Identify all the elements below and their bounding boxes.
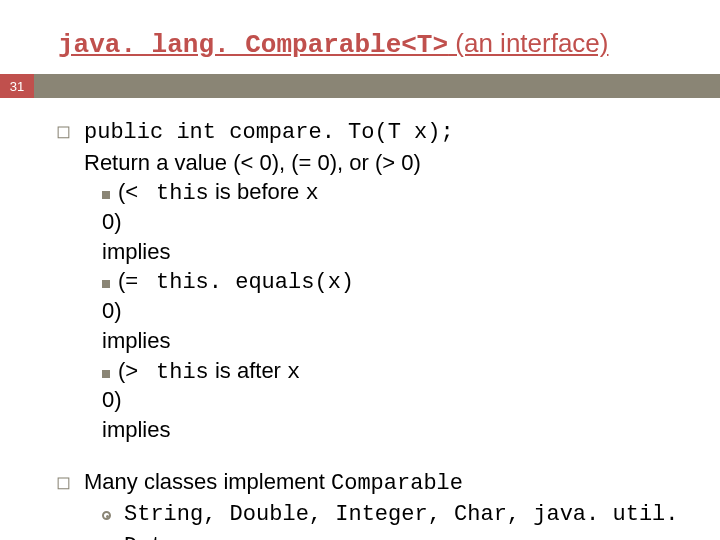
accent-bar: 31 bbox=[0, 74, 720, 98]
bullet-many-classes: ◻ Many classes implement Comparable Stri… bbox=[56, 467, 680, 540]
title-code: java. lang. Comparable<T> bbox=[58, 30, 448, 60]
sub-item: String, Double, Integer, Char, java. uti… bbox=[102, 498, 680, 540]
sub-item: (< 0) implies this is before x bbox=[102, 177, 680, 266]
comparable-code: Comparable bbox=[331, 471, 463, 496]
slide-content: ◻ public int compare. To(T x); Return a … bbox=[0, 98, 720, 540]
many-classes-text: Many classes implement bbox=[84, 469, 331, 494]
sub-item: (= 0) implies this. equals(x) bbox=[102, 266, 680, 355]
target-icon bbox=[102, 511, 111, 520]
sub-item: (> 0) implies this is after x bbox=[102, 356, 680, 445]
title-rest: (an interface) bbox=[448, 28, 608, 58]
hollow-square-icon: ◻ bbox=[56, 467, 84, 540]
square-icon bbox=[102, 191, 110, 199]
square-icon bbox=[102, 280, 110, 288]
sub-list-2: String, Double, Integer, Char, java. uti… bbox=[84, 498, 680, 540]
code-signature: public int compare. To(T x); bbox=[84, 120, 454, 145]
return-desc: Return a value (< 0), (= 0), or (> 0) bbox=[84, 148, 680, 178]
square-icon bbox=[102, 370, 110, 378]
bullet-compare-to: ◻ public int compare. To(T x); Return a … bbox=[56, 116, 680, 445]
bar-fill bbox=[34, 74, 720, 98]
sub-list-1: (< 0) implies this is before x (= 0) imp… bbox=[84, 177, 680, 444]
hollow-square-icon: ◻ bbox=[56, 116, 84, 445]
slide-number: 31 bbox=[0, 74, 34, 98]
slide-title: java. lang. Comparable<T> (an interface) bbox=[0, 0, 720, 74]
